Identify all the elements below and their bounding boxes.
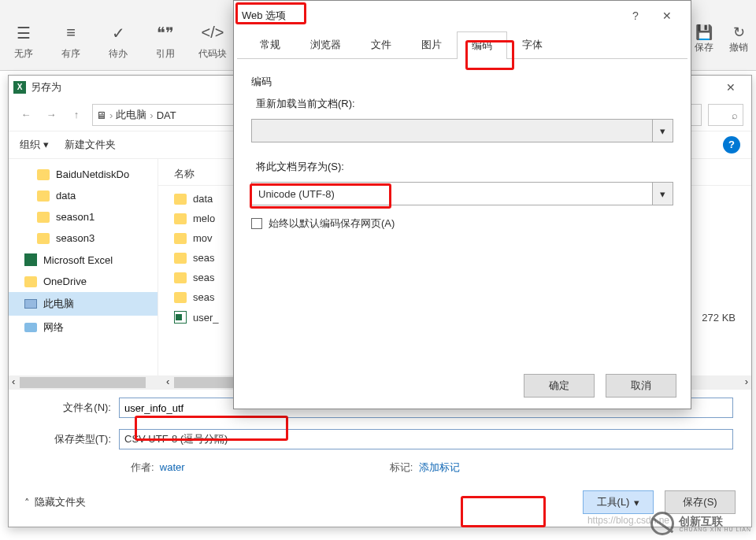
excel-icon (24, 253, 37, 266)
tab-encoding[interactable]: 编码 (457, 31, 507, 59)
cancel-button[interactable]: 取消 (606, 374, 676, 398)
nav-item-excel[interactable]: Microsoft Excel (9, 249, 158, 271)
caret-down-icon: ▾ (652, 183, 673, 205)
folder-icon (24, 276, 37, 287)
tab-browsers[interactable]: 浏览器 (295, 31, 356, 58)
brand-watermark: 创新互联 CHUANG XIN HU LIAN (650, 512, 751, 535)
forward-button[interactable]: → (42, 105, 61, 124)
excel-icon: X (13, 81, 26, 94)
ok-button[interactable]: 确定 (524, 374, 595, 398)
ribbon-right: 💾保存 ↻撤销 (695, 24, 748, 54)
list-icon: ☰ (0, 24, 47, 47)
filetype-label: 保存类型(T): (24, 432, 111, 446)
ribbon-item-todo[interactable]: ✓待办 (94, 24, 142, 61)
nav-item[interactable]: season1 (9, 206, 158, 227)
organize-button[interactable]: 组织 ▾ (20, 138, 49, 152)
folder-icon (37, 190, 50, 202)
search-box[interactable]: ⌕ (708, 104, 743, 126)
meta-row: 作者: water 标记: 添加标记 (24, 460, 736, 475)
author-value[interactable]: water (160, 461, 185, 473)
nav-item-thispc[interactable]: 此电脑 (9, 292, 158, 316)
save-icon: 💾 (695, 24, 713, 41)
webopt-titlebar: Web 选项 ? ✕ (234, 1, 691, 31)
webopt-footer: 确定 取消 (524, 374, 676, 398)
tags-value[interactable]: 添加标记 (419, 461, 460, 473)
undo-icon: ↻ (729, 24, 748, 41)
saveas-encoding-select[interactable]: Unicode (UTF-8) ▾ (251, 182, 673, 205)
folder-icon (37, 212, 50, 223)
new-folder-button[interactable]: 新建文件夹 (65, 138, 116, 152)
web-options-dialog: Web 选项 ? ✕ 常规 浏览器 文件 图片 编码 字体 编码 重新加载当前文… (233, 0, 691, 409)
checkbox-icon (251, 218, 262, 229)
pc-icon: 🖥 (96, 109, 106, 121)
webopt-title-text: Web 选项 (242, 9, 286, 23)
reload-select[interactable]: ▾ (251, 119, 673, 142)
folder-icon (174, 213, 187, 224)
ribbon-item-unordered[interactable]: ☰无序 (0, 24, 47, 61)
webopt-tabs: 常规 浏览器 文件 图片 编码 字体 (237, 31, 687, 59)
help-button[interactable]: ? (723, 136, 740, 153)
nav-item[interactable]: data (9, 185, 158, 206)
network-icon (24, 323, 37, 332)
ribbon-items: ☰无序 ≡有序 ✓待办 ❝❞引用 </>代码块 (0, 24, 236, 61)
close-button[interactable]: ✕ (715, 81, 747, 94)
code-icon: </> (189, 24, 236, 47)
folder-icon (37, 233, 50, 244)
saveas-footer: ˄隐藏文件夹 工具(L)▾ 保存(S) (9, 490, 751, 514)
webopt-body: 编码 重新加载当前文档(R): ▾ 将此文档另存为(S): Unicode (U… (234, 59, 691, 242)
back-button[interactable]: ← (17, 105, 35, 124)
nav-pane: BaiduNetdiskDo data season1 season3 Micr… (9, 159, 158, 375)
caret-down-icon: ▾ (634, 497, 639, 509)
saveas-encoding-label: 将此文档另存为(S): (256, 160, 673, 174)
nav-item[interactable]: season3 (9, 227, 158, 249)
filetype-combo[interactable]: CSV UTF-8 (逗号分隔) (119, 429, 733, 449)
folder-icon (174, 292, 187, 303)
help-button[interactable]: ? (620, 9, 651, 22)
pc-icon (24, 299, 37, 309)
folder-icon (37, 169, 50, 180)
tools-button[interactable]: 工具(L)▾ (583, 490, 654, 514)
folder-icon (174, 253, 187, 264)
nav-item[interactable]: BaiduNetdiskDo (9, 164, 158, 185)
close-button[interactable]: ✕ (651, 9, 683, 22)
folder-icon (174, 272, 187, 283)
ribbon-item-ordered[interactable]: ≡有序 (47, 24, 94, 61)
always-default-checkbox[interactable]: 始终以默认编码保存网页(A) (251, 216, 673, 231)
chevron-up-icon: ˄ (24, 497, 30, 509)
ordered-icon: ≡ (47, 24, 94, 47)
caret-down-icon: ▾ (652, 120, 673, 142)
hide-folders-toggle[interactable]: ˄隐藏文件夹 (24, 495, 86, 509)
nav-item-network[interactable]: 网络 (9, 316, 158, 339)
reload-label: 重新加载当前文档(R): (256, 97, 673, 111)
logo-icon (650, 512, 674, 535)
tab-general[interactable]: 常规 (245, 31, 295, 58)
save-button[interactable]: 保存(S) (665, 490, 736, 514)
encoding-section-label: 编码 (251, 75, 673, 89)
tab-fonts[interactable]: 字体 (507, 31, 558, 58)
ribbon-item-quote[interactable]: ❝❞引用 (142, 24, 189, 61)
csv-icon (174, 311, 187, 324)
nav-item-onedrive[interactable]: OneDrive (9, 271, 158, 292)
tab-pictures[interactable]: 图片 (406, 31, 457, 58)
search-icon: ⌕ (732, 109, 738, 121)
ribbon-save[interactable]: 💾保存 (695, 24, 713, 54)
quote-icon: ❝❞ (142, 24, 189, 47)
tab-files[interactable]: 文件 (356, 31, 406, 58)
check-icon: ✓ (94, 24, 142, 47)
ribbon-undo[interactable]: ↻撤销 (729, 24, 748, 54)
ribbon-item-code[interactable]: </>代码块 (189, 24, 236, 61)
up-button[interactable]: ↑ (67, 105, 86, 124)
folder-icon (174, 233, 187, 244)
filename-label: 文件名(N): (24, 401, 111, 415)
folder-icon (174, 194, 187, 205)
